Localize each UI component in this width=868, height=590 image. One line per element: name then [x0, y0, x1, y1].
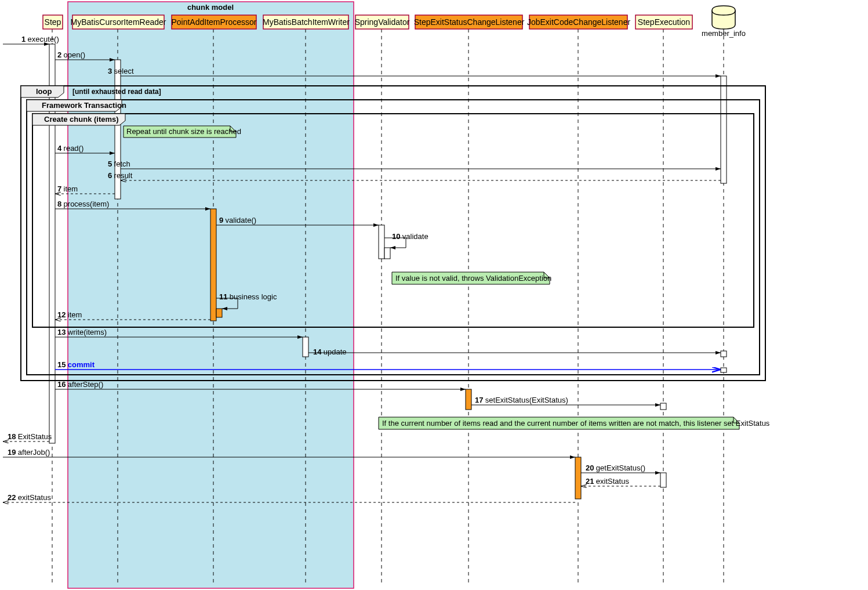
svg-text:8 process(item): 8 process(item) — [57, 200, 109, 208]
svg-text:21 exitStatus: 21 exitStatus — [586, 477, 629, 486]
svg-text:StepExecution: StepExecution — [638, 17, 690, 27]
svg-text:18 ExitStatus: 18 ExitStatus — [8, 432, 52, 441]
svg-text:MyBatisCursorItemReader: MyBatisCursorItemReader — [71, 17, 166, 27]
svg-text:15 commit: 15 commit — [57, 360, 95, 369]
svg-text:7 item: 7 item — [57, 184, 78, 193]
participant-db — [712, 6, 735, 29]
activation-processor2 — [216, 309, 222, 317]
svg-text:5 fetch: 5 fetch — [108, 160, 130, 168]
svg-text:JobExitCodeChangeListener: JobExitCodeChangeListener — [527, 17, 631, 27]
activation-validator2 — [384, 248, 390, 259]
svg-text:3 select: 3 select — [108, 67, 134, 75]
svg-text:19 afterJob(): 19 afterJob() — [8, 448, 50, 457]
svg-text:SpringValidator: SpringValidator — [355, 17, 410, 27]
chunk-model-label: chunk model — [187, 3, 234, 12]
svg-text:2 open(): 2 open() — [57, 50, 85, 59]
svg-text:loop: loop — [36, 87, 52, 96]
svg-text:1 execute(): 1 execute() — [21, 35, 59, 44]
activation-writer — [303, 337, 308, 357]
diagram-svg: chunk model Step MyBatisCursorItemReader… — [0, 0, 868, 590]
svg-text:22 exitStatus: 22 exitStatus — [8, 493, 51, 502]
svg-text:14 update: 14 update — [313, 348, 347, 356]
svg-text:16 afterStep(): 16 afterStep() — [57, 380, 103, 389]
svg-text:4 read(): 4 read() — [57, 144, 83, 153]
svg-text:Framework Transaction: Framework Transaction — [42, 101, 126, 110]
svg-text:Repeat until chunk size is rea: Repeat until chunk size is reached — [126, 127, 241, 136]
svg-text:17 setExitStatus(ExitStatus): 17 setExitStatus(ExitStatus) — [475, 396, 568, 404]
activation-db3 — [721, 368, 727, 372]
activation-processor — [210, 209, 216, 321]
activation-db2 — [721, 351, 727, 357]
svg-text:StepExitStatusChangeListener: StepExitStatusChangeListener — [414, 17, 525, 27]
activation-stepexec1 — [660, 403, 666, 410]
svg-text:6 result: 6 result — [108, 171, 133, 180]
svg-text:If the current number of items: If the current number of items read and … — [382, 419, 770, 428]
svg-text:13 write(items): 13 write(items) — [57, 328, 107, 336]
svg-text:9 validate(): 9 validate() — [219, 216, 256, 225]
sequence-diagram: chunk model Step MyBatisCursorItemReader… — [0, 0, 868, 590]
svg-text:If value is not valid, throws : If value is not valid, throws Validation… — [395, 274, 551, 283]
svg-text:12 item: 12 item — [57, 310, 82, 319]
svg-text:10 validate: 10 validate — [392, 232, 428, 241]
svg-text:MyBatisBatchItemWriter: MyBatisBatchItemWriter — [263, 17, 350, 27]
svg-text:[until exhausted read data]: [until exhausted read data] — [72, 88, 161, 96]
activation-validator — [379, 225, 384, 259]
svg-text:Step: Step — [45, 17, 61, 27]
svg-text:member_info: member_info — [702, 29, 746, 38]
svg-text:PointAddItemProcessor: PointAddItemProcessor — [171, 17, 256, 27]
activation-db1 — [721, 76, 727, 183]
svg-text:11 business logic: 11 business logic — [219, 292, 277, 301]
activation-steplistener — [466, 389, 471, 410]
svg-text:Create chunk (items): Create chunk (items) — [44, 115, 119, 124]
activation-stepexec2 — [660, 473, 666, 487]
svg-text:20 getExitStatus(): 20 getExitStatus() — [586, 464, 645, 472]
activation-joblistener — [575, 457, 581, 499]
